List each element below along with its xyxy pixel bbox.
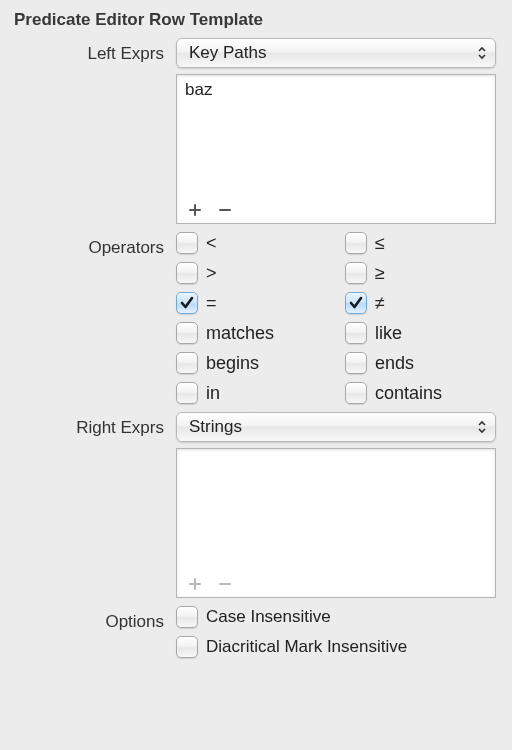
add-right-expr-button[interactable] xyxy=(187,576,203,592)
operator-checkbox[interactable] xyxy=(345,262,367,284)
left-exprs-popup[interactable]: Key Paths xyxy=(176,38,496,68)
options-list: Case InsensitiveDiacritical Mark Insensi… xyxy=(176,606,506,658)
operator-label: < xyxy=(206,233,217,254)
operator-cell: = xyxy=(176,292,327,314)
option-checkbox[interactable] xyxy=(176,636,198,658)
operator-cell: < xyxy=(176,232,327,254)
left-exprs-popup-value: Key Paths xyxy=(189,43,267,63)
remove-left-expr-button[interactable] xyxy=(217,202,233,218)
popup-arrows-icon xyxy=(475,418,489,436)
popup-arrows-icon xyxy=(475,44,489,62)
operator-label: matches xyxy=(206,323,274,344)
right-exprs-listbox[interactable] xyxy=(176,448,496,598)
operator-checkbox[interactable] xyxy=(345,382,367,404)
operator-checkbox[interactable] xyxy=(345,322,367,344)
remove-right-expr-button[interactable] xyxy=(217,576,233,592)
operator-cell: matches xyxy=(176,322,327,344)
option-checkbox[interactable] xyxy=(176,606,198,628)
options-label: Options xyxy=(14,606,176,632)
operators-row: Operators <≤>≥=≠matcheslikebeginsendsinc… xyxy=(14,232,498,404)
operator-checkbox[interactable] xyxy=(176,232,198,254)
operator-label: ≠ xyxy=(375,293,385,314)
operator-checkbox[interactable] xyxy=(345,292,367,314)
right-exprs-popup-value: Strings xyxy=(189,417,242,437)
operator-checkbox[interactable] xyxy=(176,262,198,284)
left-exprs-listbox[interactable]: baz xyxy=(176,74,496,224)
operator-label: begins xyxy=(206,353,259,374)
operator-checkbox[interactable] xyxy=(176,352,198,374)
operator-checkbox[interactable] xyxy=(345,352,367,374)
operator-label: in xyxy=(206,383,220,404)
operator-cell: like xyxy=(345,322,496,344)
operator-cell: begins xyxy=(176,352,327,374)
operator-label: ends xyxy=(375,353,414,374)
operator-label: = xyxy=(206,293,217,314)
operators-label: Operators xyxy=(14,232,176,258)
operator-checkbox[interactable] xyxy=(176,382,198,404)
left-exprs-items: baz xyxy=(177,75,495,197)
list-item[interactable]: baz xyxy=(185,79,487,101)
left-exprs-list-footer xyxy=(177,197,495,223)
panel-title: Predicate Editor Row Template xyxy=(14,10,498,30)
option-row: Case Insensitive xyxy=(176,606,506,628)
right-exprs-items xyxy=(177,449,495,571)
operator-cell: ≥ xyxy=(345,262,496,284)
operator-label: ≥ xyxy=(375,263,385,284)
operator-cell: ≠ xyxy=(345,292,496,314)
right-exprs-list-footer xyxy=(177,571,495,597)
operator-checkbox[interactable] xyxy=(176,292,198,314)
operator-label: contains xyxy=(375,383,442,404)
right-exprs-popup[interactable]: Strings xyxy=(176,412,496,442)
add-left-expr-button[interactable] xyxy=(187,202,203,218)
right-exprs-label: Right Exprs xyxy=(14,412,176,438)
left-exprs-label: Left Exprs xyxy=(14,38,176,64)
option-label: Diacritical Mark Insensitive xyxy=(206,637,407,657)
right-exprs-row: Right Exprs Strings xyxy=(14,412,498,598)
option-label: Case Insensitive xyxy=(206,607,331,627)
operator-cell: in xyxy=(176,382,327,404)
operator-checkbox[interactable] xyxy=(345,232,367,254)
options-row: Options Case InsensitiveDiacritical Mark… xyxy=(14,606,498,658)
operator-checkbox[interactable] xyxy=(176,322,198,344)
operators-grid: <≤>≥=≠matcheslikebeginsendsincontains xyxy=(176,232,496,404)
operator-label: ≤ xyxy=(375,233,385,254)
option-row: Diacritical Mark Insensitive xyxy=(176,636,506,658)
operator-cell: contains xyxy=(345,382,496,404)
operator-label: like xyxy=(375,323,402,344)
operator-label: > xyxy=(206,263,217,284)
left-exprs-row: Left Exprs Key Paths baz xyxy=(14,38,498,224)
operator-cell: ends xyxy=(345,352,496,374)
operator-cell: ≤ xyxy=(345,232,496,254)
operator-cell: > xyxy=(176,262,327,284)
predicate-editor-row-template-panel: Predicate Editor Row Template Left Exprs… xyxy=(0,0,512,680)
